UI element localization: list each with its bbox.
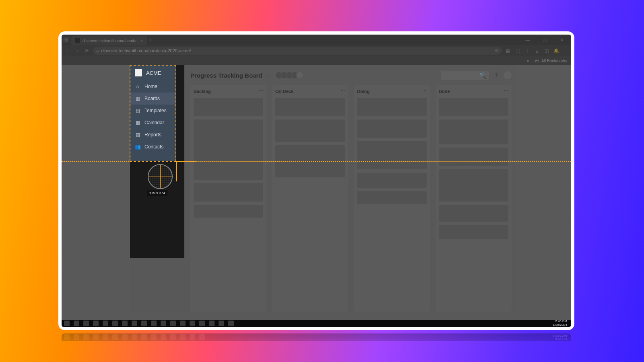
column-title: Backlog (194, 89, 211, 94)
board-card[interactable] (357, 173, 427, 188)
user-avatar-icon[interactable] (504, 71, 512, 79)
tab-close-icon[interactable]: × (140, 39, 143, 43)
sidepanel-icon[interactable]: ◫ (544, 48, 549, 53)
board-card[interactable] (275, 119, 345, 142)
column-header: On-Deck⋯ (275, 88, 345, 94)
sidebar-item-label: Home (144, 84, 157, 89)
taskbar-app-icon[interactable] (151, 321, 157, 326)
contacts-icon: 👥 (135, 144, 140, 150)
sidebar-item-label: Reports (144, 132, 161, 138)
tab-title: discover.techsmith.com/camta (83, 39, 136, 43)
app-sidebar-dark: ACME ⌂ Home ▥ Boards ▤ (130, 65, 184, 258)
sidebar-item-contacts[interactable]: 👥 Contacts (130, 141, 176, 153)
capture-dimensions-label: 179 x 374 (147, 190, 168, 196)
taskbar-app-icon[interactable] (228, 321, 234, 326)
taskbar-date: 1/25/2024 (553, 323, 567, 327)
board-card[interactable] (439, 148, 508, 166)
board-menu-icon[interactable]: ⋯ (265, 72, 271, 78)
capture-selected-region: ACME ⌂ Home ▥ Boards ▤ (130, 65, 176, 161)
window-maximize-button[interactable]: ▢ (539, 37, 550, 43)
board-card[interactable] (194, 183, 263, 202)
board-columns: Backlog⋯On-Deck⋯Doing⋯Done⋯ (190, 85, 512, 312)
url-field[interactable]: ≡ discover.techsmith.com/camtasia-2020-a… (93, 47, 502, 55)
taskbar-app-icon[interactable] (112, 321, 118, 326)
column-menu-icon[interactable]: ⋯ (504, 88, 508, 94)
sidebar-item-boards[interactable]: ▥ Boards (130, 93, 176, 105)
column-header: Doing⋯ (357, 88, 427, 94)
taskbar-app-icon[interactable] (209, 321, 215, 326)
board-column: On-Deck⋯ (272, 85, 348, 312)
taskbar-app-icon[interactable] (180, 321, 186, 326)
nav-reload-icon[interactable]: ⟳ (83, 48, 90, 53)
browser-window: ▾ discover.techsmith.com/camta × + — ▢ ✕… (62, 35, 571, 327)
all-bookmarks-button[interactable]: All Bookmarks (541, 59, 567, 63)
taskbar-app-icon[interactable] (219, 321, 224, 326)
help-icon[interactable]: ? (492, 71, 500, 79)
sidebar-item-label: Boards (144, 96, 160, 101)
nav-back-icon[interactable]: ← (64, 48, 70, 53)
sidebar-item-home[interactable]: ⌂ Home (130, 80, 176, 93)
sidebar-item-calendar[interactable]: ▦ Calendar (130, 117, 176, 129)
board-card[interactable] (275, 145, 345, 177)
column-menu-icon[interactable]: ⋯ (259, 88, 263, 94)
reflection: 2:45 PM1/25/2024 (58, 330, 574, 358)
board-card[interactable] (439, 98, 508, 116)
taskbar-search-icon[interactable] (74, 321, 79, 326)
board-card[interactable] (357, 191, 427, 204)
start-button[interactable] (64, 321, 70, 326)
board-search-input[interactable]: 🔍 (441, 71, 489, 80)
taskbar-app-icon[interactable] (103, 321, 108, 326)
board-card[interactable] (439, 169, 508, 202)
bookmark-star-icon[interactable]: ☆ (495, 48, 499, 53)
column-header: Done⋯ (439, 88, 508, 94)
taskbar-app-icon[interactable] (122, 321, 128, 326)
taskbar-clock[interactable]: 2:45 PM 1/25/2024 (553, 320, 569, 327)
taskbar-app-icon[interactable] (93, 321, 99, 326)
task-view-icon[interactable] (83, 321, 89, 326)
add-member-button[interactable]: + (296, 72, 303, 79)
extension-1-icon[interactable]: ▦ (505, 48, 511, 53)
app-content: ACME ⌂ Home ▥ Boards ▤ (130, 65, 515, 312)
browser-tab-active[interactable]: discover.techsmith.com/camta × (71, 36, 147, 45)
extension-2-icon[interactable]: ⬚ (515, 48, 520, 53)
sidebar-item-label: Templates (144, 108, 167, 113)
downloads-icon[interactable]: ⭳ (534, 48, 540, 53)
window-controls: — ▢ ✕ (522, 37, 570, 43)
board-card[interactable] (194, 205, 263, 218)
nav-forward-icon[interactable]: → (74, 48, 80, 53)
column-title: Doing (357, 89, 369, 94)
tab-dropdown-icon[interactable]: ▾ (63, 37, 69, 43)
sidebar-item-templates[interactable]: ▤ Templates (130, 105, 176, 117)
taskbar-app-icon[interactable] (190, 321, 195, 326)
board-card[interactable] (357, 98, 427, 116)
board-card[interactable] (357, 141, 427, 169)
notifications-icon[interactable]: 🔔 (553, 48, 559, 53)
tab-favicon-icon (75, 38, 80, 43)
window-minimize-button[interactable]: — (522, 37, 533, 43)
site-info-icon[interactable]: ≡ (96, 48, 99, 53)
board-card[interactable] (439, 119, 508, 144)
sidebar-item-reports[interactable]: ▨ Reports (130, 129, 176, 141)
bookmarks-overflow-icon[interactable]: » (527, 59, 529, 63)
taskbar-app-icon[interactable] (141, 321, 147, 326)
app-viewport: ACME ⌂ Home ▥ Boards ▤ (62, 65, 571, 320)
screenshot-frame: ▾ discover.techsmith.com/camta × + — ▢ ✕… (58, 31, 574, 330)
board-card[interactable] (439, 225, 508, 239)
board-card[interactable] (194, 119, 263, 180)
window-close-button[interactable]: ✕ (556, 37, 567, 43)
sidebar-brand[interactable]: ACME (130, 65, 176, 80)
browser-menu-icon[interactable]: ⋮ (563, 48, 569, 53)
column-menu-icon[interactable]: ⋯ (341, 88, 345, 94)
avatar-stack: + (277, 72, 303, 79)
board-card[interactable] (439, 205, 508, 222)
taskbar-app-icon[interactable] (161, 321, 166, 326)
taskbar-app-icon[interactable] (170, 321, 176, 326)
new-tab-button[interactable]: + (147, 37, 155, 43)
board-card[interactable] (275, 98, 345, 116)
taskbar-app-icon[interactable] (199, 321, 205, 326)
board-card[interactable] (194, 98, 263, 116)
taskbar-app-icon[interactable] (132, 321, 137, 326)
calendar-icon: ▦ (135, 120, 140, 125)
board-card[interactable] (357, 119, 427, 138)
column-menu-icon[interactable]: ⋯ (422, 88, 427, 94)
